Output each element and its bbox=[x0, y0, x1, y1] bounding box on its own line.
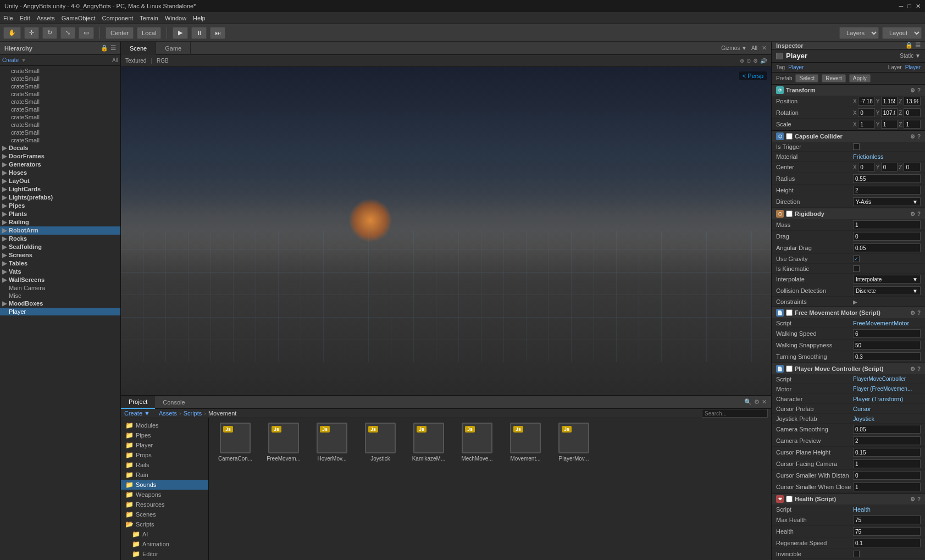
tree-player[interactable]: 📁Player bbox=[121, 440, 208, 450]
walking-speed-input[interactable] bbox=[853, 329, 921, 338]
regen-input[interactable] bbox=[853, 539, 921, 547]
settings-icon[interactable]: ⚙ bbox=[910, 366, 915, 372]
close-btn[interactable]: ✕ bbox=[916, 3, 921, 10]
hierarchy-group-scaffolding[interactable]: ▶Scaffolding bbox=[0, 243, 120, 251]
rgb-dropdown[interactable]: RGB bbox=[157, 58, 169, 64]
tree-props[interactable]: 📁Props bbox=[121, 450, 208, 460]
help-icon[interactable]: ? bbox=[917, 366, 921, 372]
component-pmc-header[interactable]: 📄 Player Move Controller (Script) ⚙ ? bbox=[772, 363, 925, 374]
script-value[interactable]: PlayerMoveController bbox=[853, 376, 921, 382]
script-value[interactable]: FreeMovementMotor bbox=[853, 320, 921, 326]
cursor-facing-input[interactable] bbox=[853, 459, 921, 468]
file-cameracontroller[interactable]: Js CameraCon... bbox=[213, 423, 257, 462]
scale-z[interactable] bbox=[904, 120, 921, 129]
cam-smoothing-input[interactable] bbox=[853, 425, 921, 434]
rect-tool[interactable]: ▭ bbox=[79, 27, 94, 39]
hierarchy-group-decals[interactable]: ▶Decals bbox=[0, 144, 120, 152]
tree-scenes[interactable]: 📁Scenes bbox=[121, 509, 208, 519]
tab-project[interactable]: Project bbox=[121, 396, 155, 409]
hierarchy-item[interactable]: crateSmall bbox=[0, 129, 120, 136]
tab-game[interactable]: Game bbox=[156, 42, 191, 55]
tree-modules[interactable]: 📁Modules bbox=[121, 420, 208, 430]
textured-dropdown[interactable]: Textured bbox=[125, 58, 146, 64]
collision-dropdown[interactable]: Discrete▼ bbox=[853, 286, 921, 295]
menu-edit[interactable]: Edit bbox=[20, 15, 30, 21]
help-icon[interactable]: ? bbox=[917, 496, 921, 502]
rot-y[interactable] bbox=[881, 108, 898, 117]
menu-assets[interactable]: Assets bbox=[37, 15, 55, 21]
comp-enabled[interactable] bbox=[786, 133, 793, 140]
hierarchy-item[interactable]: crateSmall bbox=[0, 98, 120, 106]
joystick-prefab-value[interactable]: Joystick bbox=[853, 415, 921, 422]
apply-btn[interactable]: Apply bbox=[849, 74, 871, 82]
tree-weapons[interactable]: 📁Weapons bbox=[121, 490, 208, 500]
hierarchy-group-robotarm[interactable]: ▶RobotArm bbox=[0, 226, 120, 235]
hierarchy-item-misc[interactable]: Misc bbox=[0, 292, 120, 300]
inspector-menu-icon[interactable]: ☰ bbox=[915, 42, 921, 49]
hierarchy-item[interactable]: crateSmall bbox=[0, 121, 120, 129]
tree-animation[interactable]: 📁Animation bbox=[121, 539, 208, 549]
select-btn[interactable]: Select bbox=[795, 74, 818, 82]
play-button[interactable]: ▶ bbox=[173, 27, 188, 39]
settings-icon[interactable]: ⚙ bbox=[910, 211, 915, 217]
cursor-height-input[interactable] bbox=[853, 448, 921, 457]
comp-enabled[interactable] bbox=[786, 365, 793, 372]
create-dropdown[interactable]: Create ▼ bbox=[124, 410, 150, 417]
center-x[interactable] bbox=[858, 163, 875, 171]
hierarchy-group-hoses[interactable]: ▶Hoses bbox=[0, 169, 120, 177]
menu-terrain[interactable]: Terrain bbox=[140, 15, 158, 21]
height-input[interactable] bbox=[853, 186, 921, 195]
help-icon[interactable]: ? bbox=[917, 211, 921, 217]
scale-tool[interactable]: ⤡ bbox=[60, 27, 75, 39]
hierarchy-group-plants[interactable]: ▶Plants bbox=[0, 210, 120, 218]
hierarchy-group-pipes[interactable]: ▶Pipes bbox=[0, 202, 120, 210]
hierarchy-item-player[interactable]: Player bbox=[0, 308, 120, 315]
cursor-smaller-dist-input[interactable] bbox=[853, 471, 921, 480]
settings-icon[interactable]: ⚙ bbox=[910, 134, 915, 140]
hierarchy-item[interactable]: crateSmall bbox=[0, 113, 120, 121]
file-playermovement[interactable]: Js PlayerMov... bbox=[552, 423, 596, 462]
breadcrumb-scripts[interactable]: Scripts bbox=[184, 410, 202, 417]
menu-file[interactable]: File bbox=[3, 15, 13, 21]
settings-icon[interactable]: ⚙ bbox=[910, 87, 915, 93]
center-y[interactable] bbox=[881, 163, 898, 171]
file-kamikaze[interactable]: Js KamikazeM... bbox=[407, 423, 451, 462]
motor-value[interactable]: Player (FreeMovemen... bbox=[853, 386, 921, 392]
layout-dropdown[interactable]: Layout bbox=[882, 27, 922, 39]
hand-tool[interactable]: ✋ bbox=[3, 27, 21, 39]
hierarchy-group-vats[interactable]: ▶Vats bbox=[0, 268, 120, 276]
create-button[interactable]: Create bbox=[2, 57, 19, 63]
pos-x[interactable] bbox=[858, 97, 875, 106]
drag-input[interactable] bbox=[853, 232, 921, 241]
character-value[interactable]: Player (Transform) bbox=[853, 396, 921, 402]
tree-scripts[interactable]: 📂Scripts bbox=[121, 519, 208, 529]
help-icon[interactable]: ? bbox=[917, 87, 921, 93]
file-mechmovement[interactable]: Js MechMove... bbox=[455, 423, 499, 462]
hierarchy-group-railing[interactable]: ▶Railing bbox=[0, 218, 120, 226]
trigger-checkbox[interactable] bbox=[853, 143, 860, 150]
hierarchy-group-screens[interactable]: ▶Screens bbox=[0, 251, 120, 259]
cam-preview-input[interactable] bbox=[853, 436, 921, 445]
pos-y[interactable] bbox=[881, 97, 898, 106]
hierarchy-group-lights[interactable]: ▶Lights(prefabs) bbox=[0, 193, 120, 202]
tree-ai[interactable]: 📁AI bbox=[121, 529, 208, 539]
breadcrumb-assets[interactable]: Assets bbox=[159, 410, 177, 417]
scene-tool1[interactable]: ⊕ bbox=[740, 58, 744, 64]
file-freemovement[interactable]: Js FreeMovem... bbox=[262, 423, 306, 462]
proj-search-icon[interactable]: 🔍 bbox=[744, 398, 752, 406]
static-label[interactable]: Static ▼ bbox=[900, 53, 921, 59]
hierarchy-item[interactable]: crateSmall bbox=[0, 75, 120, 82]
health-script-value[interactable]: Health bbox=[853, 506, 921, 513]
hierarchy-group-rocks[interactable]: ▶Rocks bbox=[0, 235, 120, 243]
hierarchy-group-layout[interactable]: ▶LayOut bbox=[0, 177, 120, 185]
proj-close-btn[interactable]: ✕ bbox=[762, 398, 767, 406]
minimize-btn[interactable]: ─ bbox=[899, 3, 904, 10]
tree-rails[interactable]: 📁Rails bbox=[121, 460, 208, 470]
hierarchy-group-tables[interactable]: ▶Tables bbox=[0, 259, 120, 268]
tree-pipes[interactable]: 📁Pipes bbox=[121, 430, 208, 440]
breadcrumb-movement[interactable]: Movement bbox=[208, 410, 236, 417]
rotate-tool[interactable]: ↻ bbox=[42, 27, 57, 39]
move-tool[interactable]: ✛ bbox=[24, 27, 39, 39]
component-capsule-header[interactable]: ⬡ Capsule Collider ⚙ ? bbox=[772, 131, 925, 142]
hierarchy-item[interactable]: crateSmall bbox=[0, 136, 120, 144]
